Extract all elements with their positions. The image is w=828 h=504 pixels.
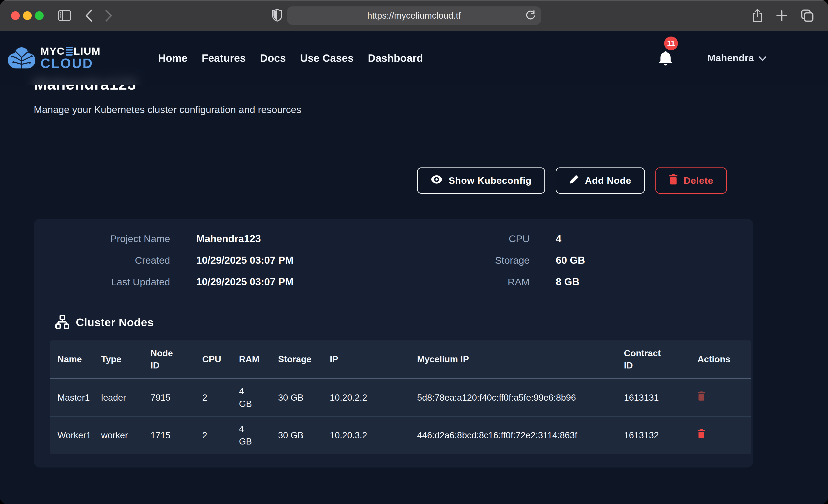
delete-node-icon[interactable] (698, 429, 705, 438)
nav-features[interactable]: Features (202, 52, 246, 64)
cell-ram: 4 GB (239, 379, 278, 417)
cell-contract-id: 1613131 (624, 379, 698, 417)
cell-ram: 4 GB (239, 417, 278, 454)
cell-actions (698, 379, 751, 417)
cell-node-id: 1715 (151, 417, 202, 454)
browser-toolbar: https://myceliumcloud.tf (0, 0, 828, 31)
info-label: Created (34, 255, 170, 266)
info-value: 8 GB (556, 276, 580, 288)
notification-count-badge: 11 (664, 37, 678, 50)
logo-e-bars-icon (66, 47, 73, 55)
cell-ip: 10.20.3.2 (330, 417, 417, 454)
close-button[interactable] (11, 11, 20, 20)
address-bar[interactable]: https://myceliumcloud.tf (287, 6, 541, 25)
add-node-button[interactable]: Add Node (556, 167, 645, 194)
forward-button[interactable] (105, 9, 113, 22)
cell-node-id: 7915 (151, 379, 202, 417)
cell-cpu: 2 (202, 379, 239, 417)
info-value: 10/29/2025 03:07 PM (196, 255, 293, 266)
address-bar-url: https://myceliumcloud.tf (367, 10, 461, 21)
info-value: 10/29/2025 03:07 PM (196, 276, 293, 288)
main-nav: Home Features Docs Use Cases Dashboard (158, 52, 423, 64)
cluster-info: Project NameMahendra123 Created10/29/202… (34, 219, 753, 298)
info-label: Project Name (34, 233, 170, 244)
new-tab-icon[interactable] (776, 9, 788, 22)
traffic-lights (11, 11, 44, 20)
cell-actions (698, 417, 751, 454)
table-row: Worker1 worker 1715 2 4 GB 30 GB 10.20.3… (50, 417, 751, 454)
cell-cpu: 2 (202, 417, 239, 454)
minimize-button[interactable] (23, 11, 32, 20)
cluster-details-card: Project NameMahendra123 Created10/29/202… (34, 219, 753, 467)
col-mycelium-ip: Mycelium IP (417, 340, 624, 379)
col-name: Name (50, 340, 101, 379)
network-nodes-icon (55, 315, 70, 330)
eye-icon (431, 175, 443, 186)
cell-contract-id: 1613132 (624, 417, 698, 454)
col-ip: IP (330, 340, 417, 379)
bell-icon (658, 63, 673, 67)
cell-storage: 30 GB (278, 379, 330, 417)
page-subtitle: Manage your Kubernetes cluster configura… (34, 104, 301, 115)
trash-icon (669, 174, 678, 187)
nav-dashboard[interactable]: Dashboard (368, 52, 423, 64)
tab-overview-icon[interactable] (801, 9, 814, 22)
info-value: 60 GB (556, 255, 585, 266)
col-contract-id: Contract ID (624, 340, 698, 379)
nav-home[interactable]: Home (158, 52, 188, 64)
col-node-id: Node ID (151, 340, 202, 379)
cloud-tree-logo-icon (7, 47, 36, 69)
col-cpu: CPU (202, 340, 239, 379)
cell-mycelium-ip: 5d8:78ea:a120:f40c:ff0f:a5fe:99e6:8b96 (417, 379, 624, 417)
nodes-table: Name Type Node ID CPU RAM Storage IP Myc… (50, 340, 751, 454)
cell-name: Worker1 (50, 417, 101, 454)
back-button[interactable] (85, 9, 93, 22)
cell-name: Master1 (50, 379, 101, 417)
col-storage: Storage (278, 340, 330, 379)
user-name: Mahendra (707, 52, 754, 64)
delete-node-icon[interactable] (698, 391, 705, 401)
nav-use-cases[interactable]: Use Cases (300, 52, 354, 64)
cluster-nodes-heading: Cluster Nodes (76, 316, 154, 329)
zoom-button[interactable] (35, 11, 44, 20)
mycelium-cloud-logo[interactable]: MYCLIUM CLOUD (7, 46, 101, 70)
col-type: Type (101, 340, 151, 379)
notifications-button[interactable]: 11 (658, 50, 673, 67)
show-kubeconfig-button[interactable]: Show Kubeconfig (417, 167, 545, 194)
cell-ip: 10.20.2.2 (330, 379, 417, 417)
cell-type: worker (101, 417, 151, 454)
site-header: MYCLIUM CLOUD Home Features Docs Use Cas… (0, 31, 828, 85)
web-content: Mahendra123 Manage your Kubernetes clust… (0, 31, 828, 504)
cluster-actions: Show Kubeconfig Add Node Delete (417, 167, 727, 194)
info-value: 4 (556, 233, 562, 244)
table-row: Master1 leader 7915 2 4 GB 30 GB 10.20.2… (50, 379, 751, 417)
user-menu[interactable]: Mahendra (707, 52, 767, 64)
info-label: CPU (394, 233, 530, 244)
delete-cluster-button[interactable]: Delete (655, 167, 727, 194)
col-ram: RAM (239, 340, 278, 379)
nav-docs[interactable]: Docs (260, 52, 286, 64)
col-actions: Actions (698, 340, 751, 379)
sidebar-toggle-icon[interactable] (58, 10, 71, 22)
info-label: RAM (394, 276, 530, 288)
chevron-down-icon (758, 52, 767, 64)
info-label: Last Updated (34, 276, 170, 288)
privacy-shield-icon[interactable] (272, 9, 282, 23)
cell-mycelium-ip: 446:d2a6:8bcd:8c16:ff0f:72e2:3114:863f (417, 417, 624, 454)
cell-storage: 30 GB (278, 417, 330, 454)
info-label: Storage (394, 255, 530, 266)
share-icon[interactable] (752, 9, 763, 22)
browser-window: https://myceliumcloud.tf (0, 0, 828, 504)
reload-icon[interactable] (525, 10, 535, 22)
cell-type: leader (101, 379, 151, 417)
pencil-icon (569, 175, 579, 186)
table-header-row: Name Type Node ID CPU RAM Storage IP Myc… (50, 340, 751, 379)
info-value: Mahendra123 (196, 233, 261, 244)
logo-wordmark: MYCLIUM CLOUD (40, 46, 101, 70)
